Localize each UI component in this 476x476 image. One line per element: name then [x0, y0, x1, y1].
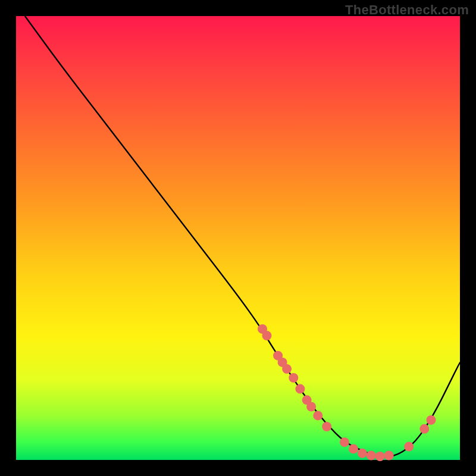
data-marker — [262, 331, 272, 340]
bottleneck-curve — [16, 16, 460, 460]
data-marker — [349, 444, 358, 453]
data-marker — [295, 384, 305, 394]
data-marker — [427, 415, 436, 425]
data-marker — [367, 451, 376, 461]
data-marker — [419, 424, 429, 434]
data-marker — [375, 452, 385, 461]
data-marker — [404, 442, 414, 452]
chart-frame: TheBottleneck.com — [0, 0, 476, 476]
data-marker — [358, 449, 367, 458]
plot-area — [16, 16, 460, 460]
data-marker — [322, 422, 331, 431]
data-marker — [313, 411, 322, 420]
data-marker — [384, 451, 394, 461]
curve-line — [25, 16, 460, 457]
data-marker — [306, 402, 316, 412]
data-marker — [340, 437, 349, 447]
data-markers — [258, 324, 436, 461]
data-marker — [282, 364, 292, 374]
attribution-text: TheBottleneck.com — [345, 2, 469, 18]
data-marker — [289, 373, 298, 383]
